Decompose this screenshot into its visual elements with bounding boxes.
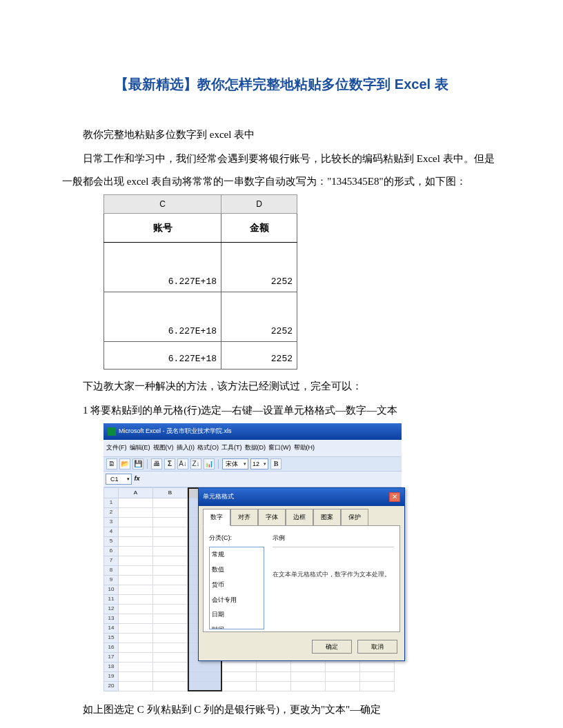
cell[interactable]	[153, 663, 188, 672]
cell[interactable]	[153, 653, 188, 663]
menu-item[interactable]: 插入(I)	[177, 441, 195, 455]
cancel-button[interactable]: 取消	[357, 640, 397, 654]
sum-icon[interactable]: Σ	[164, 458, 175, 469]
bold-button[interactable]: B	[270, 458, 282, 469]
ok-button[interactable]: 确定	[312, 640, 352, 654]
cell[interactable]	[119, 682, 153, 691]
cell[interactable]	[257, 663, 291, 672]
excel-formula-bar[interactable]: C1 fx	[103, 472, 402, 487]
cell[interactable]	[153, 585, 188, 595]
cell[interactable]	[153, 537, 188, 547]
cell[interactable]	[153, 595, 188, 605]
category-item[interactable]: 时间	[210, 623, 264, 629]
row-header[interactable]: 7	[103, 556, 119, 566]
font-name-combo[interactable]: 宋体	[222, 458, 248, 469]
row-header[interactable]: 8	[103, 566, 119, 576]
open-icon[interactable]: 📂	[119, 458, 130, 469]
dialog-tabs[interactable]: 数字 对齐 字体 边框 图案 保护	[199, 506, 404, 527]
cell[interactable]	[222, 682, 257, 691]
category-item[interactable]: 货币	[210, 578, 264, 593]
cell[interactable]	[153, 672, 188, 682]
cell[interactable]	[153, 518, 188, 527]
cell[interactable]	[119, 672, 153, 682]
cell[interactable]	[291, 663, 326, 672]
new-icon[interactable]: 🗎	[106, 458, 117, 469]
row-header[interactable]: 17	[103, 653, 119, 663]
menu-item[interactable]: 窗口(W)	[268, 441, 291, 455]
cell[interactable]	[153, 508, 188, 518]
cell[interactable]	[153, 498, 188, 508]
tab-border[interactable]: 边框	[286, 509, 313, 527]
tab-number[interactable]: 数字	[203, 509, 230, 527]
tab-font[interactable]: 字体	[258, 509, 286, 527]
cell[interactable]	[119, 595, 153, 605]
cell[interactable]	[119, 508, 153, 518]
row-header[interactable]: 3	[103, 518, 119, 527]
cell[interactable]	[119, 614, 153, 624]
cell[interactable]	[153, 605, 188, 614]
menu-item[interactable]: 视图(V)	[153, 441, 174, 455]
cell[interactable]	[119, 605, 153, 614]
menu-item[interactable]: 格式(O)	[197, 441, 219, 455]
cell[interactable]	[153, 527, 188, 537]
cell[interactable]	[153, 624, 188, 634]
cell[interactable]	[153, 614, 188, 624]
cell[interactable]	[119, 643, 153, 653]
cell[interactable]	[119, 653, 153, 663]
category-item[interactable]: 会计专用	[210, 593, 264, 608]
cell[interactable]	[222, 663, 257, 672]
excel-menubar[interactable]: 文件(F) 编辑(E) 视图(V) 插入(I) 格式(O) 工具(T) 数据(D…	[103, 440, 402, 457]
save-icon[interactable]: 💾	[132, 458, 144, 469]
tab-protection[interactable]: 保护	[341, 509, 368, 527]
row-header[interactable]: 16	[103, 643, 119, 653]
menu-item[interactable]: 帮助(H)	[294, 441, 315, 455]
cell[interactable]	[291, 672, 326, 682]
cell[interactable]	[326, 682, 360, 691]
sort-desc-icon[interactable]: Z↓	[190, 458, 201, 469]
cell[interactable]	[153, 547, 188, 556]
cell[interactable]	[153, 576, 188, 585]
cell[interactable]	[119, 527, 153, 537]
name-box[interactable]: C1	[106, 474, 132, 485]
category-list[interactable]: 常规数值货币会计专用日期时间百分比分数科学记数文本特殊自定义	[209, 547, 264, 629]
cell[interactable]	[119, 624, 153, 634]
row-header[interactable]: 20	[103, 682, 119, 691]
excel-grid[interactable]: 1234567891011121314151617181920 A B C D …	[103, 487, 402, 691]
cell[interactable]	[222, 672, 257, 682]
cell[interactable]	[119, 663, 153, 672]
cell[interactable]	[119, 556, 153, 566]
cell[interactable]	[119, 537, 153, 547]
menu-item[interactable]: 工具(T)	[221, 441, 242, 455]
cell[interactable]	[326, 663, 360, 672]
print-icon[interactable]: 🖶	[151, 458, 162, 469]
cell[interactable]	[360, 682, 395, 691]
cell[interactable]	[360, 663, 395, 672]
menu-item[interactable]: 文件(F)	[106, 441, 127, 455]
cell[interactable]	[119, 566, 153, 576]
chart-icon[interactable]: 📊	[204, 458, 215, 469]
tab-alignment[interactable]: 对齐	[230, 509, 258, 527]
format-cells-dialog[interactable]: 单元格格式 ✕ 数字 对齐 字体 边框 图案 保护 分类(C): 常规数值货币会…	[198, 487, 405, 662]
category-item[interactable]: 数值	[210, 563, 264, 578]
dialog-titlebar[interactable]: 单元格格式 ✕	[199, 488, 404, 506]
row-header[interactable]: 6	[103, 547, 119, 556]
cell[interactable]	[326, 672, 360, 682]
row-header[interactable]: 10	[103, 585, 119, 595]
cell[interactable]	[119, 585, 153, 595]
menu-item[interactable]: 数据(D)	[245, 441, 266, 455]
cell[interactable]	[119, 576, 153, 585]
row-header[interactable]: 14	[103, 624, 119, 634]
row-header[interactable]: 1	[103, 498, 119, 508]
row-header[interactable]: 18	[103, 663, 119, 672]
close-icon[interactable]: ✕	[389, 492, 400, 502]
cell[interactable]	[153, 682, 188, 691]
cell[interactable]	[291, 682, 326, 691]
cell[interactable]	[119, 518, 153, 527]
cell[interactable]	[153, 643, 188, 653]
row-header[interactable]: 4	[103, 527, 119, 537]
fx-icon[interactable]: fx	[135, 472, 140, 486]
cell[interactable]	[257, 682, 291, 691]
col-a[interactable]: A	[119, 487, 153, 498]
col-b[interactable]: B	[153, 487, 188, 498]
cell[interactable]	[119, 634, 153, 643]
